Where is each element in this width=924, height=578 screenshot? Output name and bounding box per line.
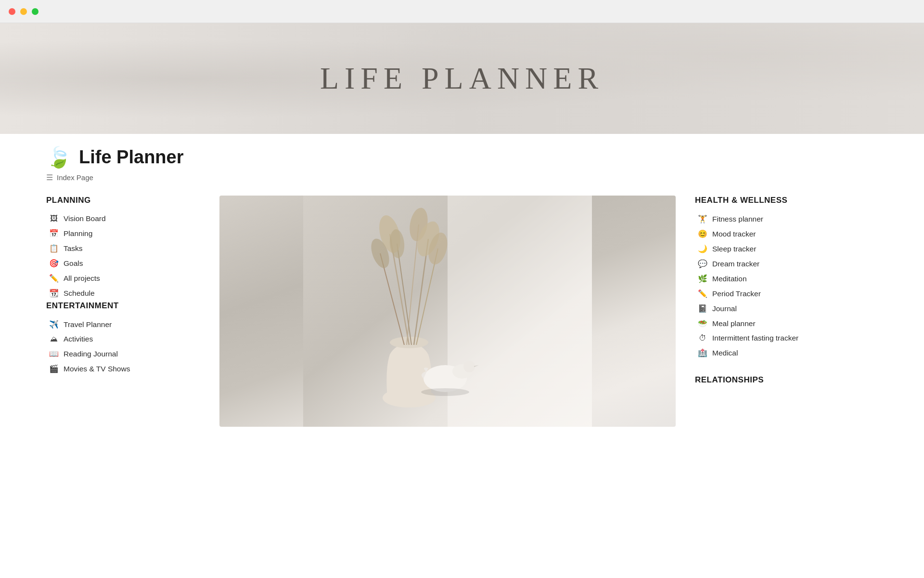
hero-title: LIFE PLANNER: [320, 61, 604, 96]
window-chrome: [0, 0, 924, 23]
meditation-label: Meditation: [712, 275, 747, 283]
activities-label: Activities: [64, 335, 93, 343]
movies-tv-label: Movies & TV Shows: [64, 365, 130, 373]
activities-icon: ⛰: [49, 335, 59, 343]
index-page-link[interactable]: ☰ Index Page: [46, 173, 878, 182]
calendar-icon: 📅: [49, 229, 59, 238]
schedule-item[interactable]: 📆 Schedule: [46, 286, 200, 300]
tasks-item[interactable]: 📋 Tasks: [46, 241, 200, 255]
planning-section: PLANNING 🖼 Vision Board 📅 Planning 📋 Tas…: [46, 196, 200, 300]
goals-label: Goals: [64, 259, 83, 268]
page-header: 🍃 Life Planner: [46, 134, 878, 173]
activities-item[interactable]: ⛰ Activities: [46, 332, 200, 346]
entertainment-heading: ENTERTAINMENT: [46, 301, 200, 311]
meditation-icon: 🌿: [698, 274, 707, 283]
reading-journal-item[interactable]: 📖 Reading Journal: [46, 347, 200, 361]
period-icon: ✏️: [698, 289, 707, 298]
medical-icon: 🏥: [698, 348, 707, 357]
health-wellness-section: HEALTH & WELLNESS 🏋 Fitness planner 😊 Mo…: [695, 196, 878, 360]
fitness-icon: 🏋: [698, 214, 707, 223]
fasting-tracker-label: Intermittent fasting tracker: [712, 334, 798, 342]
relationships-section: RELATIONSHIPS: [695, 375, 878, 385]
fasting-tracker-item[interactable]: ⏱ Intermittent fasting tracker: [695, 331, 878, 345]
mood-icon: 😊: [698, 229, 707, 238]
left-column: PLANNING 🖼 Vision Board 📅 Planning 📋 Tas…: [46, 196, 200, 377]
all-projects-item[interactable]: ✏️ All projects: [46, 271, 200, 285]
travel-planner-label: Travel Planner: [64, 320, 112, 329]
right-column: HEALTH & WELLNESS 🏋 Fitness planner 😊 Mo…: [695, 196, 878, 392]
medical-label: Medical: [712, 349, 738, 357]
meditation-item[interactable]: 🌿 Meditation: [695, 272, 878, 286]
journal-item[interactable]: 📓 Journal: [695, 302, 878, 315]
movies-tv-item[interactable]: 🎬 Movies & TV Shows: [46, 362, 200, 376]
close-button[interactable]: [9, 8, 15, 15]
mood-tracker-item[interactable]: 😊 Mood tracker: [695, 227, 878, 241]
book-icon: 📖: [49, 349, 59, 358]
sleep-tracker-item[interactable]: 🌙 Sleep tracker: [695, 242, 878, 256]
sleep-icon: 🌙: [698, 244, 707, 253]
period-tracker-item[interactable]: ✏️ Period Tracker: [695, 287, 878, 301]
main-content: 🍃 Life Planner ☰ Index Page PLANNING 🖼 V…: [0, 134, 924, 427]
vision-board-item[interactable]: 🖼 Vision Board: [46, 212, 200, 225]
medical-item[interactable]: 🏥 Medical: [695, 346, 878, 360]
travel-planner-item[interactable]: ✈️ Travel Planner: [46, 317, 200, 331]
fitness-planner-item[interactable]: 🏋 Fitness planner: [695, 212, 878, 226]
tasks-label: Tasks: [64, 244, 83, 253]
sleep-tracker-label: Sleep tracker: [712, 245, 756, 253]
health-wellness-heading: HEALTH & WELLNESS: [695, 196, 878, 205]
svg-point-19: [463, 361, 475, 372]
movies-icon: 🎬: [49, 364, 59, 373]
schedule-icon: 📆: [49, 289, 59, 298]
hero-banner: LIFE PLANNER: [0, 23, 924, 134]
reading-journal-label: Reading Journal: [64, 350, 118, 358]
entertainment-section: ENTERTAINMENT ✈️ Travel Planner ⛰ Activi…: [46, 301, 200, 376]
svg-point-20: [421, 388, 469, 396]
journal-icon: 📓: [698, 304, 707, 313]
dream-icon: 💬: [698, 259, 707, 268]
minimize-button[interactable]: [20, 8, 27, 15]
center-image: [219, 196, 676, 427]
dream-tracker-item[interactable]: 💬 Dream tracker: [695, 257, 878, 271]
index-icon: ☰: [46, 173, 53, 182]
meal-planner-item[interactable]: 🥗 Meal planner: [695, 316, 878, 330]
fitness-planner-label: Fitness planner: [712, 215, 763, 223]
all-projects-label: All projects: [64, 274, 100, 283]
image-icon: 🖼: [49, 214, 59, 223]
botanical-svg: [219, 196, 676, 427]
maximize-button[interactable]: [32, 8, 38, 15]
goals-icon: 🎯: [49, 259, 59, 268]
index-link-label: Index Page: [57, 173, 93, 182]
projects-icon: ✏️: [49, 274, 59, 283]
vision-board-label: Vision Board: [64, 214, 106, 223]
journal-label: Journal: [712, 304, 737, 313]
goals-item[interactable]: 🎯 Goals: [46, 256, 200, 270]
planning-label: Planning: [64, 229, 92, 238]
page-title: Life Planner: [79, 147, 184, 168]
page-icon: 🍃: [46, 145, 71, 169]
dream-tracker-label: Dream tracker: [712, 260, 759, 268]
planning-item[interactable]: 📅 Planning: [46, 226, 200, 240]
fasting-icon: ⏱: [698, 334, 707, 342]
planning-heading: PLANNING: [46, 196, 200, 205]
tasks-icon: 📋: [49, 244, 59, 253]
three-col-layout: PLANNING 🖼 Vision Board 📅 Planning 📋 Tas…: [46, 196, 878, 427]
meal-icon: 🥗: [698, 319, 707, 328]
period-tracker-label: Period Tracker: [712, 289, 761, 298]
mood-tracker-label: Mood tracker: [712, 230, 756, 238]
relationships-heading: RELATIONSHIPS: [695, 375, 878, 385]
schedule-label: Schedule: [64, 289, 95, 298]
travel-icon: ✈️: [49, 320, 59, 329]
meal-planner-label: Meal planner: [712, 319, 756, 328]
